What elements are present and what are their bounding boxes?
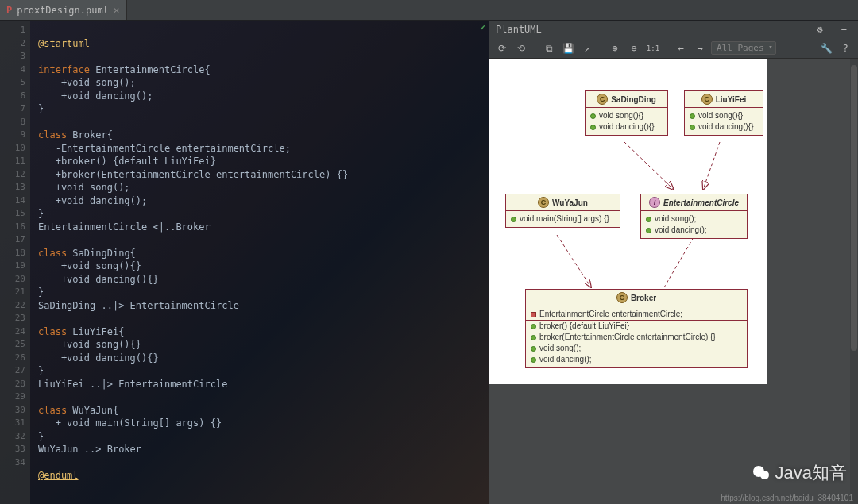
close-tab-icon[interactable]: × — [114, 4, 120, 16]
wrench-button[interactable]: 🔧 — [818, 40, 834, 56]
uml-diagram: CSaDingDing void song(){} void dancing()… — [489, 59, 767, 384]
save-button[interactable]: 💾 — [560, 40, 576, 56]
next-page-button[interactable]: → — [692, 40, 708, 56]
zoom-in-button[interactable]: ⊕ — [607, 40, 623, 56]
interface-stereotype-icon: I — [649, 197, 660, 208]
separator — [535, 42, 535, 55]
source-url: https://blog.csdn.net/baidu_38404101 — [721, 494, 853, 502]
code-editor[interactable]: ✔ 12345678910111213141516171819202122232… — [0, 21, 489, 504]
line-gutter: 1234567891011121314151617181920212223242… — [0, 21, 30, 504]
class-stereotype-icon: C — [538, 197, 549, 208]
preview-toolbar: ⟳ ⟲ ⧉ 💾 ↗ ⊕ ⊖ 1:1 ← → All Pages 🔧 ? — [489, 38, 858, 59]
zoom-reset-button[interactable]: 1:1 — [645, 40, 661, 56]
scrollbar-thumb[interactable] — [851, 65, 857, 351]
svg-line-1 — [703, 142, 720, 190]
tab-filename: proxtDesign.puml — [17, 5, 109, 16]
separator — [667, 42, 667, 55]
export-button[interactable]: ↗ — [579, 40, 595, 56]
zoom-out-button[interactable]: ⊖ — [626, 40, 642, 56]
class-stereotype-icon: C — [597, 94, 608, 105]
help-button[interactable]: ? — [837, 40, 853, 56]
uml-class-broker: CBroker EntertainmentCircle entertainmen… — [525, 289, 748, 368]
vertical-scrollbar[interactable] — [850, 59, 858, 504]
preview-title: PlantUML — [496, 24, 542, 35]
plantuml-preview-pane: PlantUML ⚙ − ⟳ ⟲ ⧉ 💾 ↗ ⊕ ⊖ 1:1 ← → All P… — [489, 21, 858, 504]
svg-line-3 — [557, 235, 591, 287]
inspection-ok-icon: ✔ — [480, 22, 485, 33]
preview-title-bar: PlantUML ⚙ − — [489, 21, 858, 38]
class-stereotype-icon: C — [701, 94, 713, 105]
uml-class-wuyajun: CWuYaJun void main(String[] args) {} — [505, 194, 620, 228]
svg-line-2 — [664, 237, 694, 287]
uml-class-liuyifei: CLiuYiFei void song(){} void dancing(){} — [684, 90, 763, 136]
plantuml-file-icon: P — [6, 5, 12, 16]
class-stereotype-icon: C — [616, 292, 628, 303]
minimize-icon[interactable]: − — [836, 21, 852, 37]
svg-line-0 — [624, 142, 674, 190]
wechat-icon — [753, 464, 771, 482]
uml-interface-entertainmentcircle: IEntertainmentCircle void song(); void d… — [640, 194, 748, 239]
pages-dropdown[interactable]: All Pages — [711, 41, 776, 55]
editor-tab-bar: P proxtDesign.puml × — [0, 0, 858, 21]
copy-button[interactable]: ⧉ — [541, 40, 557, 56]
settings-icon[interactable]: ⚙ — [812, 21, 828, 37]
prev-page-button[interactable]: ← — [673, 40, 689, 56]
separator — [601, 42, 601, 55]
diagram-viewport[interactable]: CSaDingDing void song(){} void dancing()… — [489, 59, 858, 504]
sync-button[interactable]: ⟲ — [513, 40, 529, 56]
watermark: Java知音 — [753, 461, 847, 485]
code-area[interactable]: @startuml interface EntertainmentCircle{… — [30, 21, 489, 504]
file-tab[interactable]: P proxtDesign.puml × — [0, 0, 127, 20]
refresh-button[interactable]: ⟳ — [494, 40, 510, 56]
uml-class-sadingding: CSaDingDing void song(){} void dancing()… — [585, 90, 668, 136]
